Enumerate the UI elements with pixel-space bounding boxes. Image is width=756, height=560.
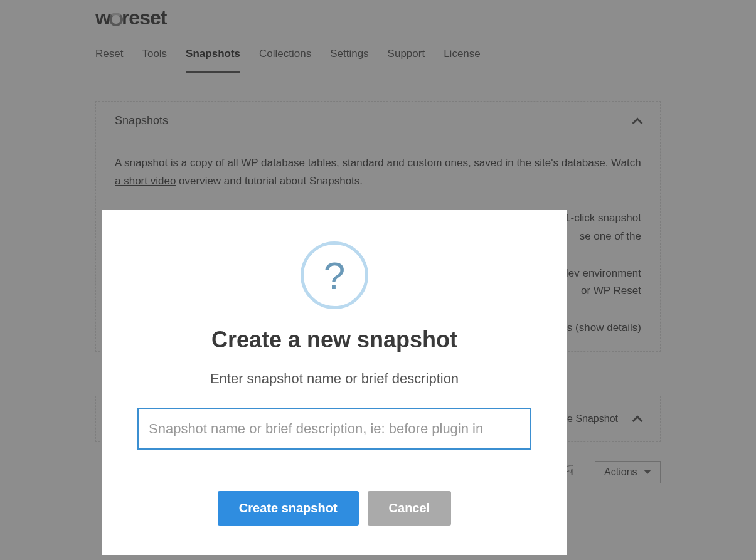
create-snapshot-confirm-button[interactable]: Create snapshot: [218, 491, 359, 526]
question-icon: ?: [301, 241, 368, 309]
modal-title: Create a new snapshot: [137, 327, 532, 353]
snapshot-name-input[interactable]: [137, 408, 531, 450]
modal-buttons: Create snapshot Cancel: [137, 491, 532, 526]
modal-subtitle: Enter snapshot name or brief description: [137, 371, 532, 387]
create-snapshot-modal: ? Create a new snapshot Enter snapshot n…: [102, 210, 567, 555]
cancel-button[interactable]: Cancel: [368, 491, 452, 526]
